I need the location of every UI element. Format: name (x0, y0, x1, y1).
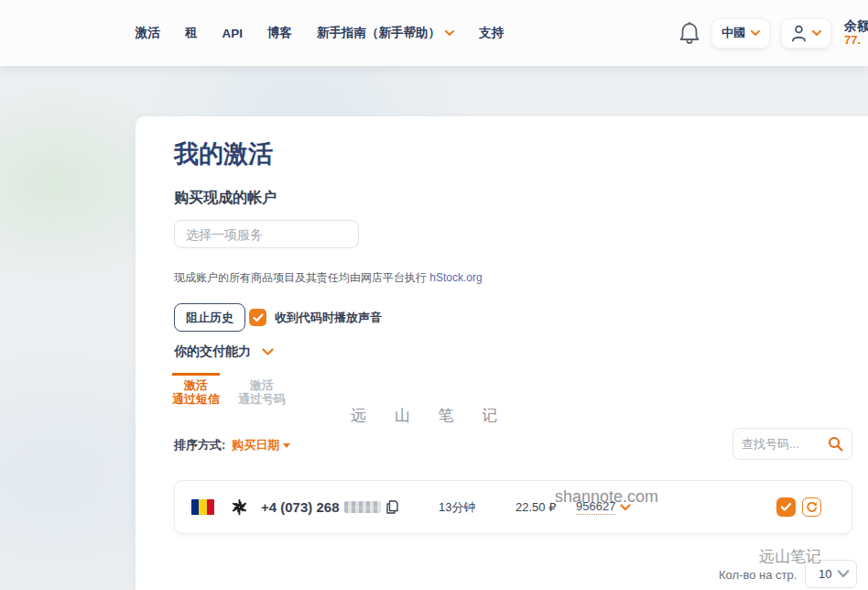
buy-accounts-heading: 购买现成的帐户 (174, 189, 277, 208)
main-nav: 激活 租 API 博客 新手指南（新手帮助） 支持 (136, 0, 504, 66)
openai-service-icon (230, 497, 249, 517)
chevron-down-icon (262, 348, 274, 356)
nav-support[interactable]: 支持 (479, 25, 504, 41)
phone-number: +4 (073) 268 (261, 499, 398, 515)
sort-control: 排序方式: 购买日期 (174, 437, 290, 453)
notifications-bell-icon[interactable] (678, 21, 700, 45)
page: 激活 租 API 博客 新手指南（新手帮助） 支持 中國 (0, 0, 868, 590)
nav-blog[interactable]: 博客 (267, 25, 292, 41)
user-icon (791, 25, 807, 42)
time-remaining: 13分钟 (439, 499, 475, 516)
balance-value: 77. (844, 33, 868, 48)
order-id-dropdown[interactable]: 956627 (576, 499, 631, 515)
page-title: 我的激活 (174, 137, 273, 170)
top-navbar: 激活 租 API 博客 新手指南（新手帮助） 支持 中國 (0, 0, 868, 66)
sort-value-dropdown[interactable]: 购买日期 (232, 437, 290, 453)
per-page-label: Кол-во на стр. (719, 568, 797, 582)
number-search (732, 428, 852, 460)
tab-activation-number[interactable]: 激活 通过号码 (238, 373, 286, 406)
row-actions (776, 497, 821, 517)
row-checkbox[interactable] (776, 497, 796, 517)
tab-activation-sms[interactable]: 激活 通过短信 (172, 373, 220, 406)
country-selector[interactable]: 中國 (711, 18, 770, 49)
sound-label: 收到代码时播放声音 (275, 310, 382, 326)
nav-api[interactable]: API (222, 27, 244, 40)
nav-activation[interactable]: 激活 (136, 25, 160, 41)
sound-option: 收到代码时播放声音 (249, 309, 382, 326)
chevron-down-icon (751, 30, 760, 37)
nav-rent[interactable]: 租 (185, 25, 198, 41)
balance[interactable]: 余额 77. (842, 18, 868, 48)
refresh-icon (806, 501, 818, 513)
delivery-label: 你的交付能力 (174, 344, 251, 360)
country-label: 中國 (722, 25, 745, 41)
header-right: 中國 余额 77. (678, 0, 868, 66)
refresh-button[interactable] (802, 497, 821, 517)
sound-checkbox[interactable] (249, 309, 266, 326)
triangle-down-icon (283, 443, 290, 448)
check-icon (253, 313, 264, 322)
block-history-button[interactable]: 阻止历史 (174, 303, 245, 332)
search-icon[interactable] (828, 436, 843, 452)
nav-guide[interactable]: 新手指南（新手帮助） (317, 25, 454, 41)
chevron-down-icon (445, 30, 454, 37)
chevron-down-icon (837, 570, 850, 578)
phone-hidden-digits (344, 501, 381, 513)
sort-label: 排序方式: (174, 437, 225, 453)
chevron-down-icon (620, 504, 631, 511)
copy-icon[interactable] (386, 500, 398, 514)
hstock-link[interactable]: hStock.org (429, 271, 482, 284)
search-input[interactable] (742, 437, 828, 451)
account-menu[interactable] (781, 18, 831, 49)
check-icon (780, 502, 792, 512)
per-page-select[interactable]: 10 (805, 560, 857, 588)
store-disclaimer: 现成账户的所有商品项目及其责任均由网店平台执行 hStock.org (174, 270, 483, 286)
activation-row: +4 (073) 268 13分钟 22.50 ₽ 956627 (174, 480, 852, 534)
romania-flag-icon (191, 499, 214, 515)
activation-tabs: 激活 通过短信 激活 通过号码 (172, 373, 286, 406)
delivery-capability-toggle[interactable]: 你的交付能力 (174, 344, 274, 360)
chevron-down-icon (812, 30, 821, 37)
price: 22.50 ₽ (515, 500, 556, 514)
service-select-input[interactable] (174, 220, 359, 248)
balance-label: 余额 (844, 18, 868, 33)
